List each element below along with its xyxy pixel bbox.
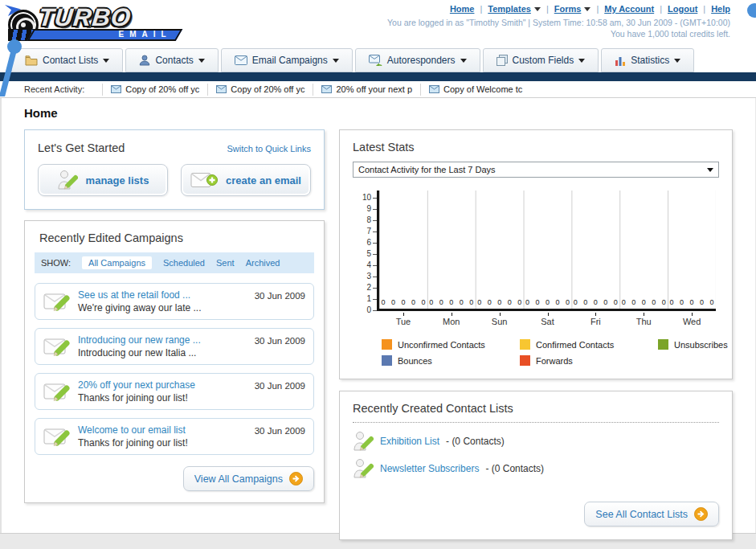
filter-sent[interactable]: Sent <box>216 258 235 268</box>
create-email-label: create an email <box>226 174 301 186</box>
tab-label: Statistics <box>631 55 669 66</box>
manage-lists-label: manage lists <box>86 174 149 186</box>
tab-email-campaigns[interactable]: Email Campaigns <box>221 48 353 72</box>
campaign-title-link[interactable]: Welcome to our email list <box>78 424 247 436</box>
main-tab-bar: Contact Lists Contacts Email Campaigns <box>0 48 756 72</box>
campaign-list-item[interactable]: Welcome to our email list Thanks for joi… <box>35 418 314 455</box>
filter-scheduled[interactable]: Scheduled <box>163 258 205 268</box>
get-started-panel: Let's Get Started Switch to Quick Links … <box>24 129 325 210</box>
nav-link-help[interactable]: Help <box>711 4 730 14</box>
contact-list-count: - (0 Contacts) <box>446 436 505 447</box>
create-email-button[interactable]: create an email <box>181 164 311 196</box>
logo-bar: EMAIL <box>27 29 183 41</box>
nav-link-home[interactable]: Home <box>450 4 475 14</box>
campaign-list-item[interactable]: Introducing our new range ... Introducin… <box>35 328 314 365</box>
recent-activity-item[interactable]: Copy of 20% off yc <box>207 84 313 96</box>
campaign-title-link[interactable]: Introducing our new range ... <box>78 334 247 346</box>
envelope-icon <box>429 85 439 93</box>
logo-title: TURBO <box>37 3 133 32</box>
tab-label: Autoresponders <box>387 55 456 66</box>
logo-subtitle: EMAIL <box>118 30 171 39</box>
legend-swatch-bounces <box>382 355 392 366</box>
latest-stats-panel: Latest Stats Contact Activity for the La… <box>339 129 733 379</box>
recent-activity-item[interactable]: Copy of Welcome tc <box>420 84 530 96</box>
bar-chart-icon <box>615 55 626 66</box>
header: TURBO EMAIL Home | Templates | Forms | M… <box>0 0 756 48</box>
chart-x-axis: Tue Mon Sun Sat Fri Thu Wed <box>379 313 716 326</box>
campaign-list-item[interactable]: 20% off your next purchase Thanks for jo… <box>35 373 314 410</box>
person-pencil-icon <box>353 431 374 452</box>
tab-custom-fields[interactable]: Custom Fields <box>483 48 599 72</box>
recent-activity-item[interactable]: Copy of 20% off yc <box>102 84 207 96</box>
top-nav: Home | Templates | Forms | My Account | … <box>450 4 730 14</box>
tab-contacts[interactable]: Contacts <box>125 48 218 72</box>
campaign-date: 30 Jun 2009 <box>255 381 305 391</box>
contact-list-item[interactable]: Exhibition List - (0 Contacts) <box>353 428 719 455</box>
chevron-down-icon <box>578 59 585 63</box>
campaign-date: 30 Jun 2009 <box>255 426 305 436</box>
legend-swatch-unsubscribes <box>658 339 668 350</box>
envelope-pencil-icon <box>43 291 71 312</box>
credits-info: You have 1,000 total credits left. <box>611 29 730 39</box>
nav-link-templates[interactable]: Templates <box>488 4 541 14</box>
campaign-subtitle: Thanks for joining our list! <box>78 437 247 449</box>
recently-created-contact-lists-panel: Recently Created Contact Lists Exhibitio… <box>339 391 733 540</box>
nav-separator: | <box>660 4 662 14</box>
tab-label: Contact Lists <box>43 55 98 66</box>
recent-activity-item[interactable]: 20% off your next p <box>313 84 420 96</box>
nav-separator: | <box>703 4 705 14</box>
legend-item: Confirmed Contacts <box>520 339 658 350</box>
recent-activity-bar: Recent Activity: Copy of 20% off yc Copy… <box>0 81 756 98</box>
chevron-down-icon <box>674 59 680 63</box>
contact-list-name-link[interactable]: Exhibition List <box>380 436 439 447</box>
help-balloon-icon <box>747 3 756 18</box>
tab-contact-lists[interactable]: Contact Lists <box>11 48 123 72</box>
tab-statistics[interactable]: Statistics <box>601 48 694 72</box>
campaign-title-link[interactable]: 20% off your next purchase <box>78 379 247 391</box>
nav-link-my-account[interactable]: My Account <box>604 4 654 14</box>
envelope-icon <box>216 85 227 93</box>
legend-item: Unsubscribes <box>658 339 728 350</box>
nav-separator: | <box>546 4 549 14</box>
chevron-down-icon <box>198 59 205 63</box>
main-content: Home Let's Get Started Switch to Quick L… <box>0 98 756 533</box>
chart-y-axis: 10 9 8 7 6 5 4 3 2 1 0 <box>358 191 377 311</box>
chevron-down-icon <box>707 168 713 172</box>
tab-autoresponders[interactable]: Autoresponders <box>355 48 480 72</box>
nav-link-forms[interactable]: Forms <box>554 4 591 14</box>
filter-archived[interactable]: Archived <box>246 258 280 268</box>
switch-to-quick-links-link[interactable]: Switch to Quick Links <box>227 144 311 154</box>
campaign-title-link[interactable]: See us at the retail food ... <box>78 289 247 301</box>
contact-list-name-link[interactable]: Newsletter Subscribers <box>380 463 479 474</box>
see-all-contact-lists-button[interactable]: See All Contact Lists <box>584 502 719 526</box>
stats-period-select[interactable]: Contact Activity for the Last 7 Days <box>353 162 719 178</box>
envelope-icon <box>111 85 121 93</box>
page-title: Home <box>24 106 755 120</box>
filter-all-campaigns[interactable]: All Campaigns <box>82 256 152 269</box>
envelope-plus-icon <box>190 171 218 189</box>
show-label: SHOW: <box>41 258 71 268</box>
campaign-date: 30 Jun 2009 <box>255 291 305 301</box>
envelope-reply-icon <box>369 55 382 66</box>
chevron-down-icon <box>534 7 541 11</box>
manage-lists-button[interactable]: manage lists <box>38 164 168 196</box>
legend-swatch-forwards <box>520 355 530 366</box>
chart-zero-value-labels: 0 0 0 0 0 0 0 0 0 0 0 0 0 0 0 0 0 0 0 0 … <box>379 298 716 306</box>
recent-activity-label: Recent Activity: <box>24 84 84 94</box>
nav-link-logout[interactable]: Logout <box>668 4 697 14</box>
nav-separator: | <box>596 4 599 14</box>
go-arrow-icon <box>289 472 303 485</box>
campaign-list-item[interactable]: See us at the retail food ... We're givi… <box>35 283 314 320</box>
person-pencil-icon <box>57 170 78 191</box>
chevron-down-icon <box>103 59 109 63</box>
view-all-campaigns-button[interactable]: View All Campaigns <box>183 466 314 491</box>
pages-icon <box>497 55 508 66</box>
contact-activity-chart: 10 9 8 7 6 5 4 3 2 1 0 <box>358 191 716 366</box>
envelope-icon <box>321 85 332 93</box>
contact-list-item[interactable]: Newsletter Subscribers - (0 Contacts) <box>353 455 719 482</box>
campaigns-title: Recently Edited Campaigns <box>35 231 314 244</box>
campaign-subtitle: Introducing our new Italia ... <box>78 347 247 358</box>
turbo-email-logo[interactable]: TURBO EMAIL <box>6 3 195 43</box>
envelope-pencil-icon <box>43 336 71 357</box>
recently-edited-campaigns-panel: Recently Edited Campaigns SHOW: All Camp… <box>24 220 325 503</box>
